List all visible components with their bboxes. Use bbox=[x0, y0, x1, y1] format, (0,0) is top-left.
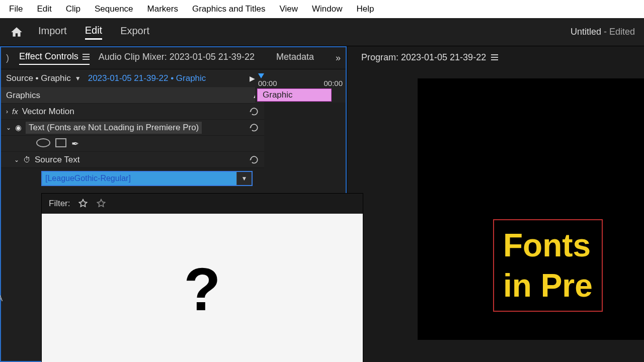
filter-label: Filter: bbox=[49, 199, 70, 209]
time-start: 00:00 bbox=[258, 79, 277, 87]
effect-timeline: 00:00 00:00 Graphic bbox=[255, 69, 346, 103]
program-monitor[interactable]: Fonts in Pre bbox=[418, 78, 644, 340]
shape-tools-row: ✒ bbox=[1, 136, 264, 152]
effect-controls-panel: ) Effect Controls Audio Clip Mixer: 2023… bbox=[0, 46, 347, 362]
effect-source-text[interactable]: ⌄ ⏱ Source Text bbox=[1, 152, 264, 168]
menu-file[interactable]: File bbox=[2, 0, 30, 18]
reset-icon[interactable] bbox=[249, 107, 259, 117]
missing-font-placeholder: ? bbox=[184, 254, 220, 324]
menu-clip[interactable]: Clip bbox=[59, 0, 88, 18]
text-layer-label: Text (Fonts are Not Loading in Premiere … bbox=[26, 122, 202, 134]
menu-sequence[interactable]: Sequence bbox=[88, 0, 140, 18]
fx-badge-icon: fx bbox=[12, 107, 18, 116]
stopwatch-icon[interactable]: ⏱ bbox=[23, 155, 31, 164]
eye-icon[interactable]: ◉ bbox=[15, 123, 22, 132]
source-text-label: Source Text bbox=[35, 155, 79, 165]
project-title: Untitled - Edited bbox=[571, 27, 635, 37]
clip-track: Graphic bbox=[255, 87, 346, 103]
truncated-text: A bbox=[0, 294, 3, 304]
effects-header-label: Graphics bbox=[6, 90, 40, 101]
panel-tabs: ) Effect Controls Audio Clip Mixer: 2023… bbox=[1, 47, 346, 69]
sequence-link[interactable]: 2023-01-05 21-39-22 • Graphic bbox=[88, 73, 206, 83]
reset-icon[interactable] bbox=[249, 155, 259, 165]
time-end: 00:00 bbox=[324, 79, 343, 87]
expand-caret-icon[interactable]: › bbox=[6, 108, 8, 115]
effect-text-layer[interactable]: ⌄ ◉ Text (Fonts are Not Loading in Premi… bbox=[1, 120, 264, 136]
source-label: Source • Graphic bbox=[6, 73, 71, 83]
tab-metadata[interactable]: Metadata bbox=[276, 52, 314, 64]
time-ruler[interactable]: 00:00 00:00 bbox=[255, 69, 346, 87]
menu-window[interactable]: Window bbox=[305, 0, 349, 18]
panel-menu-icon[interactable] bbox=[491, 54, 498, 60]
panel-overflow-left[interactable]: ) bbox=[6, 53, 9, 63]
font-picker-popup: Filter: ? bbox=[41, 193, 363, 362]
workspace-edit[interactable]: Edit bbox=[85, 25, 102, 40]
ellipse-mask-icon[interactable] bbox=[36, 138, 50, 147]
menu-bar: File Edit Clip Sequence Markers Graphics… bbox=[0, 0, 644, 18]
workspace-import[interactable]: Import bbox=[38, 25, 67, 39]
home-icon[interactable] bbox=[9, 25, 24, 40]
font-filter-row: Filter: bbox=[42, 194, 363, 214]
vector-motion-label: Vector Motion bbox=[22, 107, 74, 117]
playhead-icon[interactable] bbox=[258, 73, 264, 78]
font-dropdown-row: ▼ bbox=[1, 168, 264, 189]
clip-graphic[interactable]: Graphic bbox=[257, 88, 332, 102]
app-header: Import Edit Export Untitled - Edited bbox=[0, 18, 644, 46]
preview-text-line-1: Fonts bbox=[503, 225, 593, 265]
reset-icon[interactable] bbox=[249, 123, 259, 133]
menu-graphics-titles[interactable]: Graphics and Titles bbox=[185, 0, 273, 18]
font-list[interactable]: ? bbox=[42, 214, 363, 362]
source-selector-row: Source • Graphic ▼ 2023-01-05 21-39-22 •… bbox=[1, 69, 264, 87]
collapse-caret-icon[interactable]: ⌄ bbox=[14, 156, 19, 163]
play-icon[interactable]: ▶ bbox=[250, 74, 255, 82]
preview-text-line-2: in Pre bbox=[503, 265, 593, 306]
panel-menu-icon[interactable] bbox=[83, 54, 90, 60]
collapse-caret-icon[interactable]: ⌄ bbox=[6, 124, 11, 131]
tab-audio-mixer[interactable]: Audio Clip Mixer: 2023-01-05 21-39-22 bbox=[99, 52, 255, 64]
project-name: Untitled bbox=[571, 27, 601, 37]
panel-overflow-icon[interactable]: » bbox=[336, 53, 341, 63]
tab-effect-controls-label: Effect Controls bbox=[19, 51, 78, 62]
menu-markers[interactable]: Markers bbox=[140, 0, 185, 18]
adobe-fonts-filter-icon[interactable] bbox=[77, 198, 89, 209]
font-family-dropdown[interactable]: ▼ bbox=[41, 171, 253, 186]
font-family-input[interactable] bbox=[42, 172, 236, 185]
effect-vector-motion[interactable]: › fx Vector Motion bbox=[1, 104, 264, 120]
rectangle-mask-icon[interactable] bbox=[55, 138, 66, 147]
menu-edit[interactable]: Edit bbox=[30, 0, 58, 18]
project-status: - Edited bbox=[604, 27, 635, 37]
program-panel: Program: 2023-01-05 21-39-22 Fonts in Pr… bbox=[347, 46, 644, 362]
chevron-down-icon[interactable]: ▼ bbox=[236, 172, 252, 185]
menu-help[interactable]: Help bbox=[350, 0, 381, 18]
menu-view[interactable]: View bbox=[273, 0, 305, 18]
text-selection-frame[interactable]: Fonts in Pre bbox=[493, 219, 603, 312]
workspace-export[interactable]: Export bbox=[120, 25, 149, 39]
chevron-down-icon[interactable]: ▼ bbox=[75, 75, 81, 82]
program-tabs: Program: 2023-01-05 21-39-22 bbox=[357, 46, 644, 68]
tab-effect-controls[interactable]: Effect Controls bbox=[19, 51, 90, 65]
program-tab-label[interactable]: Program: 2023-01-05 21-39-22 bbox=[361, 52, 486, 63]
pen-mask-icon[interactable]: ✒ bbox=[71, 138, 79, 149]
effects-section-header[interactable]: Graphics ▲ bbox=[1, 87, 264, 104]
favorite-filter-icon[interactable] bbox=[96, 198, 107, 209]
